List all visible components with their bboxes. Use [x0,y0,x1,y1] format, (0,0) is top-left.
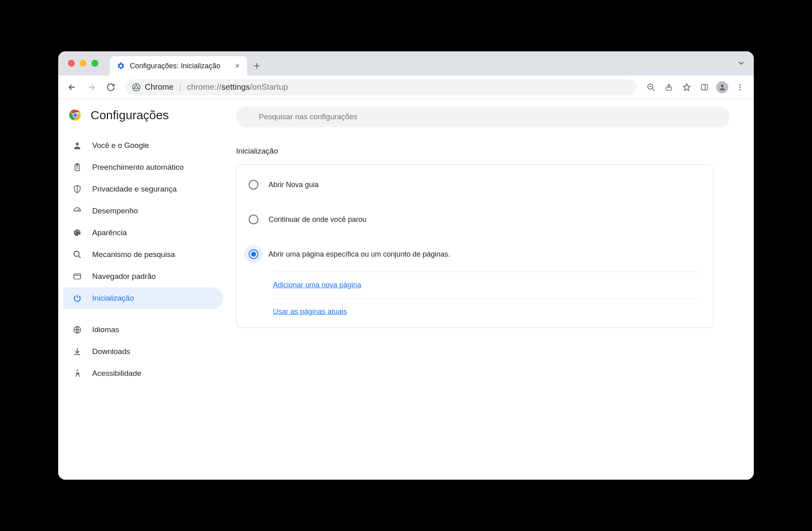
sidebar-item-accessibility[interactable]: Acessibilidade [63,362,223,384]
radio-icon [249,215,258,224]
svg-rect-4 [702,84,708,90]
main-panel: Inicialização Abrir Nova guia Continuar … [236,99,754,480]
omnibox-separator: | [179,82,181,92]
svg-point-11 [73,113,78,118]
forward-button[interactable] [83,79,99,95]
svg-point-6 [739,84,740,85]
sidebar-item-languages[interactable]: Idiomas [63,319,223,341]
globe-icon [72,325,82,334]
browser-window: Configurações: Inicialização Chrome | [58,51,754,480]
sidebar-item-label: Você e o Google [92,141,149,150]
svg-point-8 [739,89,740,90]
share-button[interactable] [661,79,677,95]
radio-option-specific-pages[interactable]: Abrir uma página específica ou um conjun… [237,237,713,272]
person-icon [72,141,82,150]
add-new-page-link[interactable]: Adicionar uma nova página [273,281,361,289]
power-icon [72,294,82,303]
radio-icon [249,249,258,259]
gear-icon [117,62,125,70]
svg-point-7 [739,86,740,88]
profile-button[interactable] [714,79,730,95]
accessibility-icon [72,369,82,378]
startup-sub-actions: Adicionar uma nova página Usar as página… [273,272,701,325]
page-title: Configurações [91,108,169,122]
avatar-icon [716,81,728,93]
bookmark-button[interactable] [679,79,695,95]
settings-content: Configurações Você e o Google Preenchime… [58,99,754,480]
section-title: Inicialização [236,147,738,156]
tab-title: Configurações: Inicialização [130,62,220,70]
startup-options-card: Abrir Nova guia Continuar de onde você p… [236,164,713,328]
sidebar-item-label: Privacidade e segurança [92,185,177,194]
speed-icon [72,206,82,215]
shield-icon [72,185,82,194]
svg-rect-14 [76,164,78,165]
sidebar-item-label: Navegador padrão [92,272,156,281]
sidebar-nav: Você e o Google Preenchimento automático… [58,132,236,387]
sidebar-item-performance[interactable]: Desempenho [63,200,223,222]
omnibox-url: chrome://settings/onStartup [187,82,288,92]
toolbar: Chrome | chrome://settings/onStartup [58,76,754,99]
radio-option-continue[interactable]: Continuar de onde você parou [237,202,713,237]
maximize-window-button[interactable] [91,60,98,67]
radio-option-new-tab[interactable]: Abrir Nova guia [237,167,713,202]
new-tab-button[interactable] [247,56,266,76]
radio-label: Continuar de onde você parou [269,215,366,224]
sidebar-item-appearance[interactable]: Aparência [63,222,223,244]
sidebar-item-privacy[interactable]: Privacidade e segurança [63,178,223,200]
svg-point-15 [75,232,76,233]
zoom-out-button[interactable] [643,79,659,95]
sidebar-item-downloads[interactable]: Downloads [63,341,223,362]
sidebar-item-label: Desempenho [92,206,138,215]
radio-label: Abrir uma página específica ou um conjun… [269,250,450,259]
tab-list-button[interactable] [737,59,746,67]
chrome-product-icon [132,83,141,92]
sidebar-item-label: Preenchimento automático [92,163,184,172]
address-bar[interactable]: Chrome | chrome://settings/onStartup [125,79,636,95]
sidebar-item-label: Downloads [92,347,130,356]
side-panel-button[interactable] [696,79,713,95]
sidebar-item-you-and-google[interactable]: Você e o Google [63,135,223,156]
omnibox-product: Chrome [145,82,173,92]
sidebar-item-on-startup[interactable]: Inicialização [63,287,223,309]
browser-icon [72,272,82,281]
sidebar-item-label: Inicialização [92,294,134,303]
radio-label: Abrir Nova guia [269,181,319,189]
settings-header: Configurações [58,102,236,132]
use-current-pages-link[interactable]: Usar as páginas atuais [273,308,347,316]
svg-rect-19 [74,274,81,279]
menu-button[interactable] [732,79,748,95]
sidebar-item-label: Acessibilidade [92,369,141,378]
settings-search-input[interactable] [236,106,730,127]
sidebar-item-label: Aparência [92,228,127,237]
svg-point-16 [76,230,77,231]
browser-tab[interactable]: Configurações: Inicialização [110,56,247,76]
minimize-window-button[interactable] [80,60,87,67]
svg-point-5 [721,84,724,87]
close-window-button[interactable] [68,60,75,67]
sidebar-item-search-engine[interactable]: Mecanismo de pesquisa [63,244,223,266]
download-icon [72,347,82,356]
svg-point-12 [76,143,78,145]
search-icon [72,250,82,259]
svg-point-17 [78,231,79,232]
radio-icon [249,180,258,190]
reload-button[interactable] [103,79,119,95]
svg-point-18 [74,251,79,257]
svg-point-21 [76,370,78,371]
chrome-logo-icon [68,108,82,122]
sidebar-item-label: Mecanismo de pesquisa [92,250,175,259]
svg-point-1 [135,86,137,88]
window-controls [68,60,98,67]
sidebar-item-default-browser[interactable]: Navegador padrão [63,266,223,287]
close-tab-button[interactable] [234,63,241,69]
sidebar-column: Configurações Você e o Google Preenchime… [58,99,236,480]
tab-strip: Configurações: Inicialização [58,51,754,76]
sidebar-item-autofill[interactable]: Preenchimento automático [63,156,223,178]
sidebar-item-label: Idiomas [92,325,119,334]
clipboard-icon [72,163,82,172]
back-button[interactable] [64,79,80,95]
palette-icon [72,228,82,237]
